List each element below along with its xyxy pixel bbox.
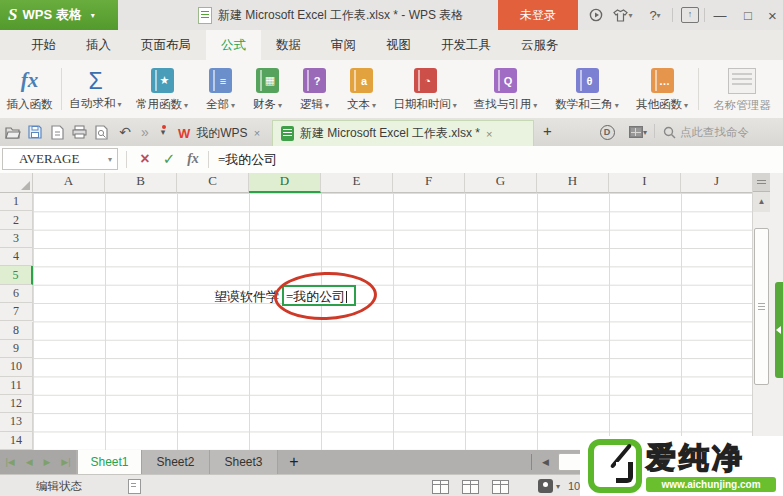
name-manager-button[interactable]: 名称管理器 — [701, 60, 783, 118]
scroll-up-icon[interactable]: ▲ — [753, 192, 770, 212]
cells-area[interactable]: 望谟软件学 =我的公司 — [33, 193, 753, 450]
name-box[interactable]: AVERAGE ▾ — [2, 148, 118, 170]
split-handle[interactable] — [531, 454, 532, 470]
menu-tab-插入[interactable]: 插入 — [71, 30, 126, 60]
find-command-hint[interactable]: 点此查找命令 — [680, 125, 749, 140]
menu-tab-开始[interactable]: 开始 — [16, 30, 71, 60]
insert-function-fx-button[interactable]: fx — [182, 149, 204, 169]
row-header-3[interactable]: 3 — [0, 230, 33, 248]
autosum-button[interactable]: Σ 自动求和▾ — [64, 60, 127, 118]
ribbon-button-全部[interactable]: ≡全部▾ — [197, 60, 244, 118]
page-break-view-icon[interactable] — [492, 480, 509, 494]
last-sheet-icon[interactable]: ▶| — [61, 457, 70, 467]
row-header-5[interactable]: 5 — [0, 266, 33, 284]
row-header-8[interactable]: 8 — [0, 322, 33, 340]
column-header-I[interactable]: I — [609, 173, 681, 193]
minimize-button[interactable]: — — [708, 0, 732, 30]
menu-tab-公式[interactable]: 公式 — [206, 30, 261, 60]
search-icon[interactable] — [660, 123, 678, 141]
vertical-scroll-thumb[interactable] — [754, 228, 769, 385]
sheet-tab-Sheet2[interactable]: Sheet2 — [142, 450, 210, 474]
close-tab-icon[interactable]: × — [486, 128, 492, 140]
row-header-12[interactable]: 12 — [0, 395, 33, 413]
column-header-J[interactable]: J — [681, 173, 753, 193]
column-header-B[interactable]: B — [105, 173, 177, 193]
vertical-scrollbar[interactable]: ▲ — [752, 173, 770, 450]
save-icon[interactable] — [26, 123, 44, 141]
ribbon-button-数学和三角[interactable]: θ数学和三角▾ — [546, 60, 628, 118]
close-button[interactable]: × — [762, 0, 783, 30]
menu-tab-页面布局[interactable]: 页面布局 — [126, 30, 206, 60]
next-sheet-icon[interactable]: ▶ — [43, 457, 50, 467]
sheet-tab-Sheet1[interactable]: Sheet1 — [78, 450, 142, 474]
row-header-7[interactable]: 7 — [0, 303, 33, 321]
undo-icon[interactable]: ↶ — [116, 123, 134, 141]
column-header-H[interactable]: H — [537, 173, 609, 193]
ribbon-button-财务[interactable]: ▦财务▾ — [244, 60, 291, 118]
ribbon-button-逻辑[interactable]: ?逻辑▾ — [291, 60, 338, 118]
formula-input[interactable]: =我的公司 — [218, 151, 277, 169]
add-sheet-button[interactable]: + — [283, 451, 305, 473]
column-header-F[interactable]: F — [393, 173, 465, 193]
column-header-A[interactable]: A — [33, 173, 105, 193]
close-tab-icon[interactable]: × — [254, 127, 260, 139]
ribbon-button-其他函数[interactable]: …其他函数▾ — [628, 60, 696, 118]
prev-sheet-icon[interactable]: ◀ — [26, 457, 33, 467]
normal-view-icon[interactable] — [432, 480, 449, 494]
column-header-C[interactable]: C — [177, 173, 249, 193]
scroll-left-icon[interactable]: ◀ — [542, 457, 549, 467]
eye-protection-icon[interactable] — [538, 479, 553, 493]
page-layout-view-icon[interactable] — [462, 480, 479, 494]
help-icon[interactable]: ? ▾ — [642, 0, 668, 30]
skin-theme-icon[interactable]: ▾ — [610, 0, 636, 30]
maximize-button[interactable]: □ — [736, 0, 760, 30]
redo-icon[interactable]: » — [136, 123, 154, 141]
row-header-1[interactable]: 1 — [0, 193, 33, 211]
confirm-entry-button[interactable]: ✓ — [158, 149, 180, 169]
ribbon-button-文本[interactable]: a文本▾ — [338, 60, 385, 118]
chevron-down-icon[interactable]: ▾ — [556, 482, 560, 491]
ribbon-button-查找与引用[interactable]: Q查找与引用▾ — [465, 60, 546, 118]
cell-C5[interactable]: 望谟软件学 — [214, 288, 282, 305]
open-file-icon[interactable] — [4, 123, 22, 141]
share-panel-icon[interactable]: ▾ — [626, 123, 650, 141]
row-header-11[interactable]: 11 — [0, 377, 33, 395]
feedback-icon[interactable] — [586, 0, 606, 30]
side-panel-toggle[interactable] — [775, 282, 783, 378]
row-header-2[interactable]: 2 — [0, 211, 33, 229]
hide-ribbon-icon[interactable]: ↑ — [678, 0, 702, 30]
sheet-tab-Sheet3[interactable]: Sheet3 — [210, 450, 278, 474]
divider — [208, 151, 209, 168]
row-header-9[interactable]: 9 — [0, 340, 33, 358]
row-header-10[interactable]: 10 — [0, 358, 33, 376]
select-all-corner[interactable] — [0, 173, 33, 193]
menu-tab-视图[interactable]: 视图 — [371, 30, 426, 60]
cancel-entry-button[interactable]: × — [134, 149, 156, 169]
tab-workbook[interactable]: 新建 Microsoft Excel 工作表.xlsx * × — [272, 120, 534, 146]
row-header-4[interactable]: 4 — [0, 248, 33, 266]
column-header-G[interactable]: G — [465, 173, 537, 193]
wps-app-menu-button[interactable]: S WPS 表格 ▾ — [0, 0, 118, 30]
docer-badge-icon[interactable]: D — [598, 123, 616, 141]
row-header-14[interactable]: 14 — [0, 432, 33, 450]
print-icon[interactable] — [70, 123, 88, 141]
ribbon-button-常用函数[interactable]: ★常用函数▾ — [127, 60, 197, 118]
menu-tab-开发工具[interactable]: 开发工具 — [426, 30, 506, 60]
split-handle[interactable] — [753, 173, 770, 192]
insert-function-button[interactable]: fx 插入函数 — [0, 60, 59, 118]
new-tab-button[interactable]: + — [543, 122, 552, 139]
export-pdf-icon[interactable] — [48, 123, 66, 141]
ribbon-button-日期和时间[interactable]: ◔日期和时间▾ — [385, 60, 465, 118]
row-header-13[interactable]: 13 — [0, 413, 33, 431]
tab-my-wps[interactable]: W 我的WPS × — [170, 120, 270, 146]
column-header-D[interactable]: D — [249, 173, 321, 193]
menu-tab-云服务[interactable]: 云服务 — [506, 30, 574, 60]
row-header-6[interactable]: 6 — [0, 285, 33, 303]
login-button[interactable]: 未登录 — [498, 0, 578, 30]
chevron-down-icon[interactable]: ▾ — [108, 155, 112, 164]
column-header-E[interactable]: E — [321, 173, 393, 193]
menu-tab-数据[interactable]: 数据 — [261, 30, 316, 60]
print-preview-icon[interactable] — [92, 123, 110, 141]
first-sheet-icon[interactable]: |◀ — [5, 457, 14, 467]
menu-tab-审阅[interactable]: 审阅 — [316, 30, 371, 60]
